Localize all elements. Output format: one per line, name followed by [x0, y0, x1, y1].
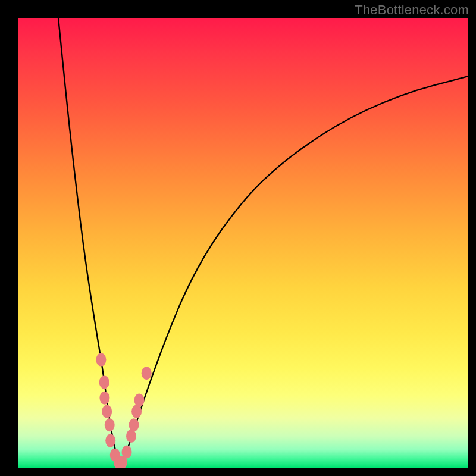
bead-marker: [122, 446, 132, 459]
bead-marker: [105, 434, 115, 447]
curve-right-branch: [119, 76, 468, 468]
outer-frame: TheBottleneck.com: [0, 0, 476, 476]
bead-marker: [134, 394, 145, 407]
bead-marker: [131, 405, 142, 418]
watermark-text: TheBottleneck.com: [355, 2, 469, 18]
bead-marker: [99, 392, 109, 405]
bead-marker: [96, 353, 106, 367]
curve-left-branch: [58, 18, 119, 468]
bead-marker: [129, 418, 139, 431]
marker-beads: [96, 353, 151, 468]
bead-marker: [99, 375, 109, 389]
curve-layer: [18, 18, 468, 468]
bead-marker: [105, 418, 115, 431]
bead-marker: [126, 430, 136, 443]
plot-area: [18, 18, 468, 468]
bead-marker: [142, 367, 152, 380]
bead-marker: [102, 405, 112, 418]
